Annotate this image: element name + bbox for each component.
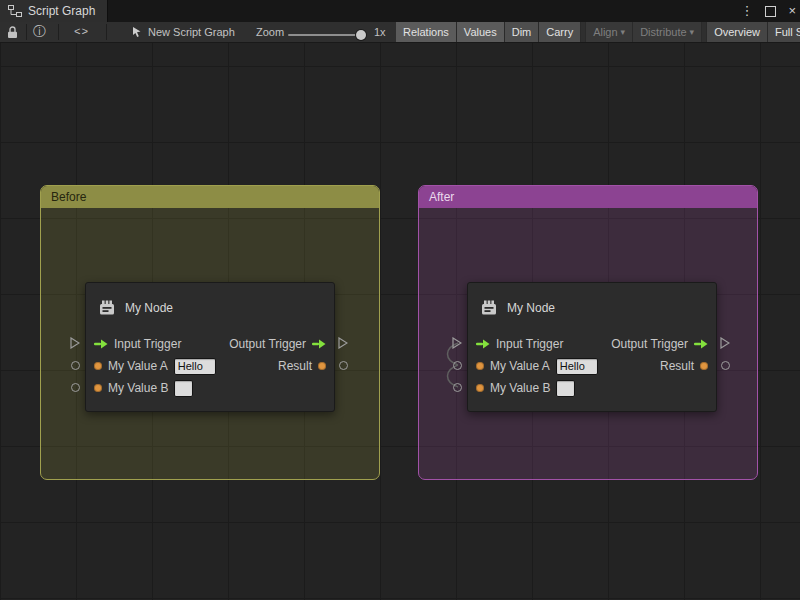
group-before-header[interactable]: Before	[41, 186, 379, 208]
node-title: My Node	[125, 301, 173, 315]
dim-button[interactable]: Dim	[505, 22, 540, 42]
tab-script-graph[interactable]: Script Graph	[0, 0, 108, 22]
port-row-value-b: My Value B	[468, 377, 716, 399]
external-value-a-port[interactable]	[71, 361, 80, 370]
value-b-port-icon[interactable]	[94, 384, 102, 392]
external-result-port[interactable]	[339, 361, 348, 370]
cursor-icon	[132, 27, 142, 38]
result-port-icon[interactable]	[700, 362, 708, 370]
port-row-value-a: My Value A Result	[86, 355, 334, 377]
zoom-value: 1x	[374, 22, 386, 42]
value-a-port-icon[interactable]	[94, 362, 102, 370]
value-a-input[interactable]	[174, 358, 216, 375]
value-a-input[interactable]	[556, 358, 598, 375]
separator	[26, 24, 27, 40]
unit-icon	[98, 299, 116, 317]
align-dropdown[interactable]: Align ▾	[585, 22, 633, 42]
value-a-label: My Value A	[490, 359, 550, 373]
relations-button[interactable]: Relations	[396, 22, 457, 42]
value-a-label: My Value A	[108, 359, 168, 373]
external-input-trigger-port[interactable]	[452, 337, 462, 349]
toolbar-buttons: Relations Values Dim Carry Align ▾ Distr…	[396, 22, 800, 42]
value-b-port-icon[interactable]	[476, 384, 484, 392]
input-trigger-label: Input Trigger	[114, 337, 181, 351]
chevron-down-icon: ▾	[621, 22, 626, 42]
value-b-input[interactable]	[556, 380, 575, 397]
unit-icon	[480, 299, 498, 317]
external-value-b-port[interactable]	[453, 383, 462, 392]
distribute-dropdown[interactable]: Distribute ▾	[633, 22, 702, 42]
window-controls: ⋮ ×	[740, 0, 796, 22]
zoom-slider[interactable]	[288, 34, 366, 36]
external-input-trigger-port[interactable]	[70, 337, 80, 349]
zoom-label: Zoom	[256, 22, 284, 42]
carry-button[interactable]: Carry	[539, 22, 581, 42]
new-script-graph-label: New Script Graph	[148, 26, 235, 38]
output-trigger-port-icon[interactable]	[694, 339, 708, 349]
output-trigger-port-icon[interactable]	[312, 339, 326, 349]
new-script-graph-button[interactable]: New Script Graph	[132, 22, 235, 42]
external-result-port[interactable]	[721, 361, 730, 370]
port-row-trigger: Input Trigger Output Trigger	[86, 333, 334, 355]
maximize-icon[interactable]	[765, 6, 776, 17]
port-row-trigger: Input Trigger Output Trigger	[468, 333, 716, 355]
port-row-value-b: My Value B	[86, 377, 334, 399]
toolbar: ⓘ <> New Script Graph Zoom 1x Relations …	[0, 22, 800, 43]
port-row-value-a: My Value A Result	[468, 355, 716, 377]
chevron-down-icon: ▾	[690, 22, 695, 42]
external-output-trigger-port[interactable]	[720, 337, 730, 349]
input-trigger-port-icon[interactable]	[476, 339, 490, 349]
value-a-port-icon[interactable]	[476, 362, 484, 370]
values-button[interactable]: Values	[457, 22, 505, 42]
node-title: My Node	[507, 301, 555, 315]
close-icon[interactable]: ×	[788, 0, 796, 22]
separator	[58, 24, 59, 40]
group-after-header[interactable]: After	[419, 186, 757, 208]
external-value-b-port[interactable]	[71, 383, 80, 392]
info-icon[interactable]: ⓘ	[33, 22, 46, 42]
node-header[interactable]: My Node	[468, 283, 716, 333]
full-screen-button[interactable]: Full Screen	[768, 22, 800, 42]
input-trigger-label: Input Trigger	[496, 337, 563, 351]
result-label: Result	[278, 359, 312, 373]
zoom-slider-knob[interactable]	[356, 30, 366, 40]
result-label: Result	[660, 359, 694, 373]
output-trigger-label: Output Trigger	[229, 337, 306, 351]
input-trigger-port-icon[interactable]	[94, 339, 108, 349]
menu-icon[interactable]: ⋮	[740, 0, 753, 22]
lock-icon[interactable]	[7, 22, 18, 42]
value-b-label: My Value B	[490, 381, 550, 395]
node-header[interactable]: My Node	[86, 283, 334, 333]
output-trigger-label: Output Trigger	[611, 337, 688, 351]
value-b-label: My Value B	[108, 381, 168, 395]
external-output-trigger-port[interactable]	[338, 337, 348, 349]
external-value-a-port[interactable]	[453, 361, 462, 370]
graph-icon	[8, 5, 22, 17]
node-my-node-after[interactable]: My Node Input Trigger Output Trigger My …	[467, 282, 717, 412]
value-b-input[interactable]	[174, 380, 193, 397]
node-my-node-before[interactable]: My Node Input Trigger Output Trigger My …	[85, 282, 335, 412]
separator	[106, 24, 107, 40]
tab-title: Script Graph	[28, 4, 95, 18]
code-icon[interactable]: <>	[74, 22, 89, 42]
overview-button[interactable]: Overview	[706, 22, 768, 42]
titlebar: Script Graph ⋮ ×	[0, 0, 800, 23]
result-port-icon[interactable]	[318, 362, 326, 370]
